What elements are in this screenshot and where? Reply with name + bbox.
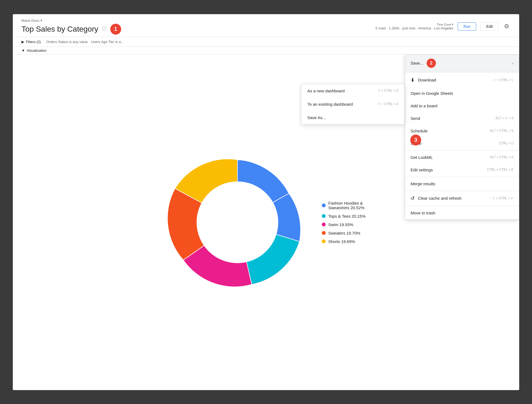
header-right: Time Zone ▾ 5 rows · 1.284s · just now ·… — [375, 22, 510, 31]
legend-item-3: Sweaters 19.70% — [322, 231, 365, 235]
legend-label-2: Swim 19.93% — [328, 222, 353, 227]
move-trash-label: Move to trash — [411, 211, 435, 215]
download-label: Download — [418, 78, 436, 82]
submenu-existing-dashboard-shortcut: ⇧ + CTRL + A — [378, 102, 398, 106]
legend-dot-0 — [322, 203, 326, 207]
visualization-row[interactable]: ▼ Visualization — [13, 47, 519, 54]
main-content: Fashion Hoodies &Sweatshirts 20.52% Tops… — [13, 54, 519, 390]
save-chevron-right-icon: › — [512, 61, 513, 65]
share-shortcut: CTRL + U — [499, 141, 513, 145]
submenu-item-existing-dashboard[interactable]: To an existing dashboard ⇧ + CTRL + A — [301, 98, 404, 111]
get-lookml-label: Get LookML — [411, 155, 433, 160]
legend-dot-4 — [322, 239, 326, 243]
menu-item-clear-cache[interactable]: ↺ Clear cache and refresh ⇧ + CTRL + ↵ — [405, 192, 519, 205]
breadcrumb-chevron-icon: ▾ — [41, 19, 42, 22]
clear-cache-label: Clear cache and refresh — [418, 196, 461, 201]
app-container: Marie Docs ▾ Top Sales by Category ♡ 1 T… — [13, 14, 519, 390]
submenu-item-save-as[interactable]: Save As... — [301, 111, 404, 124]
badge-1: 1 — [110, 24, 121, 35]
meta-info: Time Zone ▾ 5 rows · 1.284s · just now ·… — [375, 23, 453, 30]
download-icon: ⬇ — [411, 77, 415, 83]
google-sheets-left: Open in Google Sheets — [411, 91, 453, 96]
submenu-new-dashboard-shortcut: ⇧ + CTRL + S — [378, 89, 398, 93]
get-lookml-shortcut: ALT + CTRL + A — [490, 155, 513, 159]
submenu-save-as-label: Save As... — [307, 115, 326, 120]
download-shortcut: ⇧ + CTRL + L — [493, 78, 513, 82]
submenu-new-dashboard-label: As a new dashboard — [307, 89, 345, 93]
chart-legend: Fashion Hoodies &Sweatshirts 20.52% Tops… — [322, 201, 365, 244]
menu-item-add-board[interactable]: Add to a board — [405, 100, 519, 112]
save-submenu: As a new dashboard ⇧ + CTRL + S To an ex… — [301, 84, 405, 124]
schedule-label: Schedule — [411, 129, 428, 133]
add-board-label: Add to a board — [411, 104, 437, 108]
filters-toggle[interactable]: ▶ Filters (2) — [22, 40, 41, 44]
meta-row: 5 rows · 1.284s · just now · America · L… — [375, 26, 453, 30]
google-sheets-label: Open in Google Sheets — [411, 91, 453, 96]
badge-2: 2 — [427, 59, 436, 68]
menu-item-get-lookml[interactable]: Get LookML ALT + CTRL + A — [405, 151, 519, 164]
menu-item-edit-settings[interactable]: Edit settings CTRL + CTRL + E — [405, 164, 519, 176]
clear-cache-shortcut: ⇧ + CTRL + ↵ — [492, 196, 513, 200]
menu-item-merge-results[interactable]: Merge results — [405, 178, 519, 190]
run-button[interactable]: Run — [458, 22, 476, 31]
menu-item-save[interactable]: Save... 2 › — [405, 55, 519, 72]
submenu-item-new-dashboard[interactable]: As a new dashboard ⇧ + CTRL + S — [301, 84, 404, 98]
download-left-part: ⬇ Download — [411, 77, 436, 83]
divider-2 — [405, 150, 519, 151]
breadcrumb-label: Marie Docs — [22, 19, 39, 23]
send-label: Send — [411, 116, 420, 121]
save-label: Save... — [411, 61, 423, 65]
schedule-shortcut: ALT + CTRL + S — [490, 129, 513, 133]
submenu-existing-dashboard-label: To an existing dashboard — [307, 102, 353, 107]
header-left: Marie Docs ▾ Top Sales by Category ♡ 1 — [22, 19, 121, 35]
edit-settings-left: Edit settings — [411, 168, 433, 172]
send-shortcut: ALT + ⇧ + S — [496, 116, 513, 120]
title-row: Top Sales by Category ♡ 1 — [22, 24, 121, 35]
divider-5 — [405, 206, 519, 206]
edit-settings-shortcut: CTRL + CTRL + E — [487, 168, 513, 172]
add-board-left: Add to a board — [411, 104, 437, 108]
svg-point-0 — [197, 181, 278, 263]
main-dropdown-menu: Save... 2 › ⬇ Download ⇧ + CTRL + L Open… — [405, 54, 519, 220]
header: Marie Docs ▾ Top Sales by Category ♡ 1 T… — [13, 14, 519, 37]
donut-wrapper: Fashion Hoodies &Sweatshirts 20.52% Tops… — [167, 151, 365, 293]
menu-item-schedule[interactable]: Schedule ALT + CTRL + S — [405, 125, 519, 137]
filter-chip-1: Orders Status is any value — [46, 40, 88, 44]
menu-item-google-sheets[interactable]: Open in Google Sheets — [405, 87, 519, 100]
filter-chips: Orders Status is any value Users Age Tie… — [46, 40, 124, 44]
gear-icon-button[interactable]: ⚙ — [503, 22, 510, 31]
send-left: Send — [411, 116, 420, 121]
menu-item-share[interactable]: Share CTRL + U — [405, 137, 519, 150]
donut-chart — [167, 151, 308, 293]
save-left-part: Save... 2 — [411, 59, 436, 68]
timezone-label: Time Zone ▾ — [437, 23, 453, 26]
page-title: Top Sales by Category — [22, 25, 98, 34]
edit-settings-label: Edit settings — [411, 168, 433, 172]
refresh-icon: ↺ — [411, 195, 415, 201]
badge-3: 3 — [410, 135, 421, 145]
divider-1 — [405, 72, 519, 73]
filters-arrow-icon: ▶ — [22, 40, 24, 44]
legend-label-3: Sweaters 19.70% — [328, 231, 360, 235]
menu-item-download[interactable]: ⬇ Download ⇧ + CTRL + L — [405, 73, 519, 87]
divider-3 — [405, 177, 519, 177]
legend-item-0: Fashion Hoodies &Sweatshirts 20.52% — [322, 201, 365, 210]
legend-dot-2 — [322, 223, 326, 226]
legend-dot-1 — [322, 214, 326, 218]
get-lookml-left: Get LookML — [411, 155, 433, 160]
breadcrumb[interactable]: Marie Docs ▾ — [22, 19, 121, 23]
merge-results-left: Merge results — [411, 181, 435, 186]
menu-item-move-trash[interactable]: Move to trash — [405, 207, 519, 219]
move-trash-left: Move to trash — [411, 211, 435, 215]
viz-arrow-icon: ▼ — [22, 48, 25, 53]
menu-item-send[interactable]: Send ALT + ⇧ + S — [405, 112, 519, 125]
subheader: ▶ Filters (2) Orders Status is any value… — [13, 37, 519, 47]
clear-cache-left: ↺ Clear cache and refresh — [411, 195, 461, 201]
legend-label-4: Shorts 19.69% — [328, 239, 355, 244]
visualization-label: Visualization — [27, 48, 47, 53]
legend-label-0: Fashion Hoodies &Sweatshirts 20.52% — [328, 201, 365, 210]
heart-icon[interactable]: ♡ — [102, 26, 107, 33]
legend-item-4: Shorts 19.69% — [322, 239, 365, 244]
edit-button[interactable]: Edit — [481, 22, 499, 31]
legend-item-1: Tops & Tees 20.15% — [322, 214, 365, 218]
